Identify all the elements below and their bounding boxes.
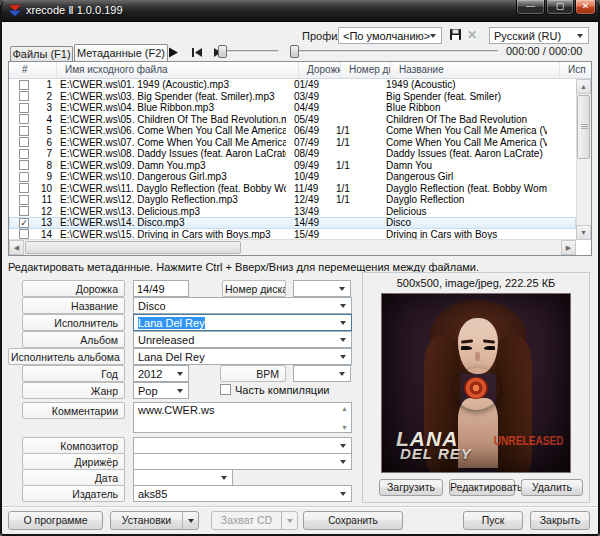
row-checkbox[interactable]: ✓ [19,218,29,228]
close-button[interactable]: ✕ [575,0,596,15]
scroll-down-icon[interactable]: ▼ [341,424,348,431]
table-row[interactable]: 3E:\CWER.ws\04. Blue Ribbon.mp304/49Blue… [9,102,576,114]
row-checkbox[interactable] [19,126,29,136]
tab-files[interactable]: Файлы (F1) [10,46,73,61]
table-row[interactable]: 7E:\CWER.ws\08. Daddy Issues (feat. Aaro… [9,148,576,160]
table-row[interactable]: 8E:\CWER.ws\09. Damn You.mp309/491/1Damn… [9,160,576,172]
horizontal-scrollbar[interactable]: ◀ ▶ [9,239,576,255]
chevron-down-icon[interactable] [182,512,198,529]
row-checkbox[interactable] [19,103,29,113]
column-header-disc[interactable]: Номер диска [341,62,391,78]
publisher-label-button[interactable]: Издатель [22,485,125,502]
cell-track: 04/49 [286,102,328,113]
bpm-label-button[interactable]: BPM [220,365,286,382]
row-checkbox[interactable] [19,160,29,170]
vertical-scrollbar[interactable]: ▲ ▼ [576,79,591,240]
table-row[interactable]: 6E:\CWER.ws\07. Come When You Call Me Am… [9,137,576,149]
composer-label-button[interactable]: Композитор [22,437,125,454]
play-button[interactable] [166,47,180,59]
seek-slider[interactable] [293,50,498,53]
cover-rose [454,368,500,410]
date-label-button[interactable]: Дата [22,469,125,486]
column-header-file[interactable]: Имя исходного файла [57,62,299,78]
disc-select[interactable] [293,280,351,297]
column-header-num[interactable]: # [9,62,57,78]
row-checkbox[interactable] [19,183,29,193]
scroll-down-icon[interactable]: ▼ [576,225,591,240]
table-row[interactable]: 12E:\CWER.ws\13. Delicious.mp313/49Delic… [9,206,576,218]
album-artist-select[interactable]: Lana Del Rey [133,348,352,365]
comments-textarea[interactable]: www.CWER.ws [133,402,352,433]
scroll-up-icon[interactable]: ▲ [576,79,591,94]
load-cover-button[interactable]: Загрузить [379,479,443,496]
volume-slider[interactable] [222,50,278,53]
genre-label-button[interactable]: Жанр [22,382,125,399]
previous-track-button[interactable] [190,47,204,59]
title-select[interactable]: Disco [133,297,352,314]
composer-select[interactable] [133,437,352,454]
row-checkbox[interactable] [19,114,29,124]
start-button[interactable]: Пуск [463,511,523,530]
seek-slider-thumb[interactable] [290,45,299,58]
table-row[interactable]: 1E:\CWER.ws\01. 1949 (Acoustic).mp301/49… [9,79,576,91]
volume-slider-thumb[interactable] [218,45,227,58]
table-row[interactable]: 2E:\CWER.ws\03. Big Spender (feat. Smile… [9,91,576,103]
conductor-label-button[interactable]: Дирижёр [22,453,125,470]
artist-select[interactable]: Lana Del Rey [133,314,352,331]
artist-label-button[interactable]: Исполнитель [22,314,125,331]
horizontal-scroll-thumb[interactable] [25,241,241,254]
row-checkbox[interactable] [19,91,29,101]
scroll-right-icon[interactable]: ▶ [561,240,576,255]
save-profile-icon[interactable] [449,28,462,41]
track-label-button[interactable]: Дорожка [22,280,125,297]
settings-button[interactable]: Установки [110,511,199,530]
column-header-artist[interactable]: Исп [560,62,591,78]
year-label-button[interactable]: Год [22,365,125,382]
row-checkbox[interactable] [19,149,29,159]
delete-cover-button[interactable]: Удалить [521,479,583,496]
save-metadata-button[interactable]: Сохранить метаданные [303,511,403,530]
column-header-track[interactable]: Дорожка [299,62,341,78]
edit-cover-button[interactable]: Редактировать [449,479,515,496]
table-row[interactable]: 5E:\CWER.ws\06. Come When You Call Me Am… [9,125,576,137]
row-checkbox[interactable] [19,137,29,147]
table-row[interactable]: ✓13E:\CWER.ws\14. Disco.mp314/49Disco [9,217,576,229]
genre-select[interactable]: Pop [133,382,189,399]
scroll-left-icon[interactable]: ◀ [9,240,24,255]
maximize-button[interactable]: ▢ [546,0,574,15]
about-button[interactable]: О программе [8,511,103,530]
row-checkbox[interactable] [19,206,29,216]
album-label-button[interactable]: Альбом [22,331,125,348]
table-row[interactable]: 11E:\CWER.ws\12. Dayglo Reflection.mp312… [9,194,576,206]
tab-metadata[interactable]: Метаданные (F2) [74,44,168,61]
table-row[interactable]: 10E:\CWER.ws\11. Dayglo Reflection (feat… [9,183,576,195]
conductor-select[interactable] [133,453,352,470]
album-select[interactable]: Unreleased [133,331,352,348]
date-select[interactable] [133,469,233,486]
language-select[interactable]: Русский (RU) [489,27,589,44]
compilation-checkbox[interactable] [220,384,231,395]
cell-num: 11 [29,194,52,205]
column-header-title[interactable]: Название [391,62,560,78]
cell-track: 01/49 [286,79,328,90]
publisher-select[interactable]: aks85 [133,485,352,502]
track-input[interactable] [133,280,189,297]
vertical-scroll-thumb[interactable] [577,95,590,159]
row-checkbox[interactable] [19,229,29,239]
row-checkbox[interactable] [19,80,29,90]
title-label-button[interactable]: Название [22,297,125,314]
profile-select[interactable]: <По умолчанию> [338,27,442,44]
delete-profile-icon[interactable]: ✕ [467,28,477,42]
album-artist-label-button[interactable]: Исполнитель альбома [8,348,125,365]
row-checkbox[interactable] [19,172,29,182]
table-row[interactable]: 9E:\CWER.ws\10. Dangerous Girl.mp310/49D… [9,171,576,183]
table-row[interactable]: 4E:\CWER.ws\05. Children Of The Bad Revo… [9,114,576,126]
scroll-up-icon[interactable]: ▲ [341,405,348,412]
bpm-select[interactable] [293,365,351,382]
close-window-button[interactable]: Закрыть [530,511,590,530]
disc-label-button[interactable]: Номер диска [222,280,286,297]
minimize-button[interactable]: — [516,0,545,15]
year-select[interactable]: 2012 [133,365,189,382]
row-checkbox[interactable] [19,195,29,205]
comments-label-button[interactable]: Комментарии [22,402,125,419]
